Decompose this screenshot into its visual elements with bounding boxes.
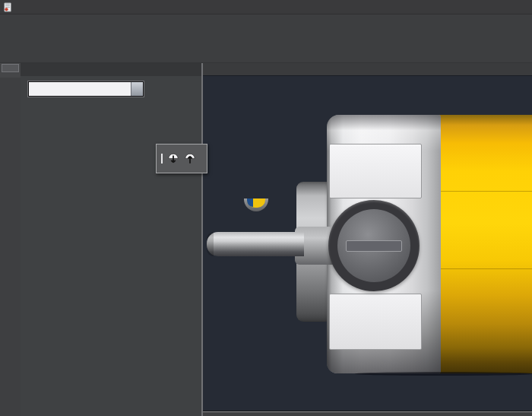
output-shaft (207, 232, 304, 256)
chevron-down-icon[interactable] (131, 82, 143, 96)
document-tab-bar (203, 62, 532, 75)
menu-bar (0, 0, 532, 14)
text-cursor-bar (161, 154, 163, 164)
upload-umbrella-icon[interactable] (182, 151, 198, 167)
property-panel-title (21, 62, 201, 76)
toolbar-empty-area (0, 78, 21, 416)
end-cover-slot (346, 240, 402, 252)
draw-toolbar (0, 62, 21, 416)
motor-seam-line (439, 268, 532, 269)
viewport-canvas[interactable] (203, 75, 532, 411)
ground-shadow (355, 372, 532, 376)
application-window: { "menubar": {"items": ["File","Edit","V… (0, 0, 532, 416)
viewport-bottom-border (203, 411, 532, 416)
housing-upper-panel (329, 144, 422, 198)
properties-toolbar (0, 32, 532, 48)
motor-body-yellow (439, 115, 532, 373)
property-panel (21, 62, 201, 416)
motor-seam-line (439, 191, 532, 192)
ucs-toolbar (0, 47, 532, 63)
download-umbrella-icon[interactable] (166, 151, 181, 167)
selection-combo[interactable] (28, 81, 144, 97)
standard-toolbar (0, 14, 532, 33)
app-icon[interactable] (3, 2, 13, 12)
drawing-area (201, 62, 532, 416)
viewport-controls (207, 78, 215, 87)
toolbar-dock-handle[interactable] (2, 64, 19, 72)
download-popup (156, 144, 207, 173)
housing-lower-panel (329, 294, 422, 350)
small-part-half-disc (244, 198, 268, 211)
